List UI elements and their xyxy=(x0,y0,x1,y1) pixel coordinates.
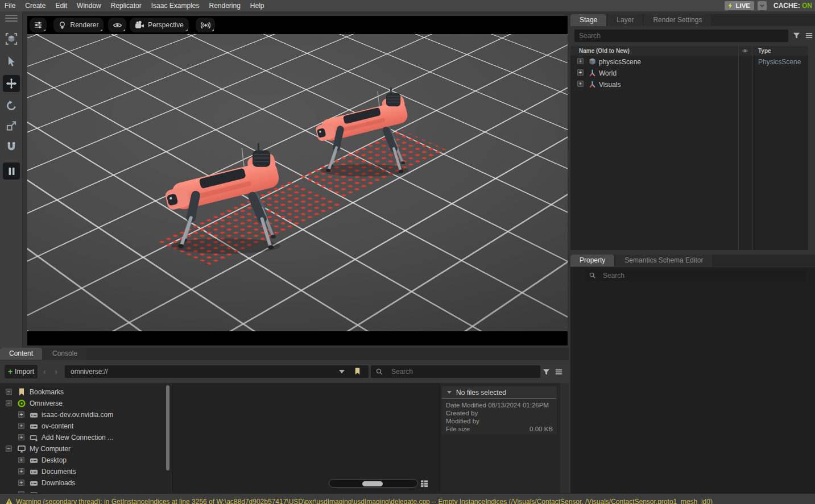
expand-toggle[interactable]: + xyxy=(18,434,24,440)
slider-handle[interactable] xyxy=(362,481,383,486)
property-search-input[interactable] xyxy=(598,269,797,281)
prim-name[interactable]: physicsScene xyxy=(599,58,641,66)
tree-item-label[interactable]: Omniverse xyxy=(30,399,63,407)
stage-search-input[interactable] xyxy=(574,30,788,42)
live-dropdown-button[interactable] xyxy=(758,1,767,10)
visibility-column-eye-icon[interactable] xyxy=(741,48,749,54)
nav-back-icon[interactable]: ‹ xyxy=(43,368,46,376)
expand-toggle[interactable]: + xyxy=(18,468,24,474)
live-button[interactable]: LIVE xyxy=(725,1,754,10)
menu-window[interactable]: Window xyxy=(77,2,101,10)
tab-render-settings[interactable]: Render Settings xyxy=(644,14,711,26)
tree-item-omniverse[interactable]: − Omniverse xyxy=(0,398,171,409)
content-search-input[interactable] xyxy=(387,365,535,378)
stage-row-visuals[interactable]: + Visuals xyxy=(570,80,808,91)
nav-forward-icon[interactable]: › xyxy=(55,368,57,376)
tree-item-label[interactable]: Downloads xyxy=(42,479,75,487)
tab-console[interactable]: Console xyxy=(43,348,86,360)
expand-toggle[interactable]: + xyxy=(577,69,584,76)
expand-toggle[interactable]: + xyxy=(18,480,24,486)
type-column-header[interactable]: Type xyxy=(758,48,771,54)
path-input[interactable] xyxy=(65,365,338,378)
tree-item-label[interactable]: Desktop xyxy=(42,456,67,464)
capture-button[interactable] xyxy=(196,18,215,32)
path-dropdown-icon[interactable] xyxy=(339,370,345,373)
tree-item-label[interactable]: Add New Connection ... xyxy=(42,434,113,441)
expand-toggle[interactable]: + xyxy=(577,81,584,87)
cursor-select-icon[interactable] xyxy=(6,56,17,67)
expand-toggle[interactable]: + xyxy=(18,457,24,463)
toolbar-drag-handle-icon[interactable] xyxy=(5,15,18,23)
details-scroll-gutter[interactable] xyxy=(561,383,569,493)
tab-layer[interactable]: Layer xyxy=(607,14,643,26)
stage-filter-icon[interactable] xyxy=(792,31,801,40)
property-search[interactable] xyxy=(585,269,806,281)
scale-tool-icon[interactable] xyxy=(6,120,16,131)
content-tree[interactable]: − Bookmarks − Omniverse + isaac-dev.ov.n… xyxy=(0,383,172,493)
collapse-toggle[interactable]: − xyxy=(6,445,12,452)
tree-item-partial[interactable] xyxy=(0,489,171,493)
menu-isaac-examples[interactable]: Isaac Examples xyxy=(151,2,200,10)
axis-icon xyxy=(588,69,597,77)
tree-item-label[interactable]: isaac-dev.ov.nvidia.com xyxy=(42,411,113,419)
thumbnail-size-slider[interactable] xyxy=(329,479,418,488)
content-browser: Content Console + Import ‹ › − Bookmarks… xyxy=(0,348,569,493)
renderer-button[interactable]: Renderer xyxy=(53,18,104,32)
name-column-header[interactable]: Name (Old to New) xyxy=(579,48,630,54)
expand-toggle[interactable]: + xyxy=(18,411,24,418)
tree-item-ov-content[interactable]: + ov-content xyxy=(0,420,171,432)
expand-toggle[interactable]: + xyxy=(577,58,584,64)
selection-header[interactable]: No files selected xyxy=(442,386,557,399)
tree-item-documents[interactable]: + Documents xyxy=(0,466,171,477)
snap-magnet-icon[interactable] xyxy=(6,141,17,152)
stage-row-world[interactable]: + World xyxy=(570,68,808,80)
status-warning-text[interactable]: Warning (secondary thread): in GetInstan… xyxy=(16,498,713,504)
select-mode-icon[interactable] xyxy=(5,33,17,45)
tree-scrollbar[interactable] xyxy=(166,385,169,470)
content-filter-icon[interactable] xyxy=(542,368,551,376)
stage-options-icon[interactable] xyxy=(805,31,813,40)
rotate-tool-icon[interactable] xyxy=(6,100,17,111)
tab-stage[interactable]: Stage xyxy=(570,14,606,26)
tree-item-label[interactable]: Documents xyxy=(42,468,76,476)
prim-name[interactable]: World xyxy=(599,69,617,77)
menu-replicator[interactable]: Replicator xyxy=(111,2,142,10)
stage-column-header[interactable]: Name (Old to New) Type xyxy=(570,46,808,56)
file-grid-area[interactable] xyxy=(172,383,439,493)
tree-item-label[interactable]: My Computer xyxy=(30,445,71,453)
pause-button[interactable] xyxy=(3,163,20,180)
grid-view-icon[interactable] xyxy=(420,479,429,488)
expand-toggle[interactable]: + xyxy=(18,423,24,429)
bookmark-icon[interactable] xyxy=(353,367,362,376)
tree-item-label[interactable]: Bookmarks xyxy=(30,388,64,396)
tab-semantics-schema-editor[interactable]: Semantics Schema Editor xyxy=(615,255,712,266)
collapse-toggle[interactable]: − xyxy=(6,389,12,395)
import-button[interactable]: + Import xyxy=(5,365,38,378)
menu-create[interactable]: Create xyxy=(25,2,45,10)
menu-help[interactable]: Help xyxy=(250,2,264,10)
menu-edit[interactable]: Edit xyxy=(55,2,67,10)
menu-file[interactable]: File xyxy=(5,2,15,10)
tree-item-label[interactable]: ov-content xyxy=(42,422,73,430)
viewport-scene[interactable] xyxy=(27,34,568,331)
path-bar[interactable] xyxy=(65,365,369,378)
prim-name[interactable]: Visuals xyxy=(599,81,620,89)
tree-item-bookmarks[interactable]: − Bookmarks xyxy=(0,386,171,398)
menu-rendering[interactable]: Rendering xyxy=(209,2,240,10)
viewport-3d[interactable]: Renderer Perspective xyxy=(27,16,568,345)
visibility-button[interactable] xyxy=(108,18,126,32)
tree-item-my-computer[interactable]: − My Computer xyxy=(0,443,171,455)
content-options-icon[interactable] xyxy=(555,368,563,376)
tree-item-isaac-dev[interactable]: + isaac-dev.ov.nvidia.com xyxy=(0,409,171,420)
tab-property[interactable]: Property xyxy=(570,255,614,266)
collapse-toggle[interactable]: − xyxy=(6,400,12,406)
content-search[interactable] xyxy=(371,365,540,378)
stage-row-physicsscene[interactable]: + physicsScene PhysicsScene xyxy=(570,57,808,68)
tree-item-downloads[interactable]: + Downloads xyxy=(0,477,171,489)
tree-item-add-connection[interactable]: + Add New Connection ... xyxy=(0,432,171,443)
viewport-settings-button[interactable] xyxy=(30,18,47,32)
move-tool-button[interactable] xyxy=(3,75,20,92)
tree-item-desktop[interactable]: + Desktop xyxy=(0,455,171,466)
camera-button[interactable]: Perspective xyxy=(130,18,189,32)
tab-content[interactable]: Content xyxy=(0,348,42,360)
